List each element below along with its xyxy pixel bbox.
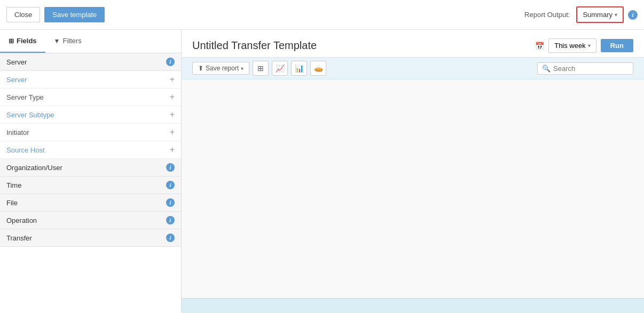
this-week-label: This week bbox=[554, 42, 586, 50]
field-source-host: Source Host bbox=[6, 146, 45, 154]
content-header: Untitled Transfer Template 📅 This week ▾… bbox=[182, 30, 644, 57]
add-server-type-icon[interactable]: + bbox=[170, 93, 175, 101]
header-right: 📅 This week ▾ Run bbox=[535, 38, 633, 53]
this-week-button[interactable]: This week ▾ bbox=[548, 38, 596, 53]
run-button[interactable]: Run bbox=[601, 39, 633, 52]
pie-chart-icon: 🥧 bbox=[314, 64, 323, 73]
transfer-info-icon[interactable]: i bbox=[166, 234, 175, 242]
top-bar-right: Report Output: Summary ▾ i bbox=[524, 6, 638, 23]
chevron-down-icon: ▾ bbox=[588, 43, 591, 49]
section-operation-title: Operation bbox=[6, 216, 37, 224]
time-info-icon[interactable]: i bbox=[166, 181, 175, 189]
search-input[interactable] bbox=[553, 65, 629, 73]
main-layout: ⊞ Fields ▼ Filters Server i Server + Ser… bbox=[0, 30, 644, 313]
list-item[interactable]: Source Host + bbox=[0, 141, 181, 159]
save-report-button[interactable]: ⬆ Save report ▾ bbox=[192, 62, 249, 75]
field-server-type: Server Type bbox=[6, 93, 44, 101]
toolbar: ⬆ Save report ▾ ⊞ 📈 📊 🥧 🔍 bbox=[182, 57, 644, 79]
pie-chart-button[interactable]: 🥧 bbox=[310, 61, 326, 76]
line-chart-icon: 📈 bbox=[276, 64, 285, 73]
report-output-label: Report Output: bbox=[524, 11, 570, 19]
tab-fields[interactable]: ⊞ Fields bbox=[0, 30, 45, 53]
add-initiator-icon[interactable]: + bbox=[170, 128, 175, 137]
fields-tab-label: Fields bbox=[17, 37, 37, 45]
list-item[interactable]: Server + bbox=[0, 71, 181, 89]
section-transfer[interactable]: Transfer i bbox=[0, 229, 181, 247]
add-server-icon[interactable]: + bbox=[170, 75, 175, 84]
summary-label: Summary bbox=[583, 11, 612, 19]
left-tabs: ⊞ Fields ▼ Filters bbox=[0, 30, 181, 53]
close-button[interactable]: Close bbox=[6, 7, 40, 22]
table-view-button[interactable]: ⊞ bbox=[253, 61, 269, 76]
section-time-title: Time bbox=[6, 181, 21, 189]
table-icon: ⊞ bbox=[257, 64, 264, 73]
list-item[interactable]: Server Type + bbox=[0, 89, 181, 106]
add-source-host-icon[interactable]: + bbox=[170, 146, 175, 154]
operation-info-icon[interactable]: i bbox=[166, 216, 175, 224]
server-info-icon[interactable]: i bbox=[166, 58, 175, 66]
list-item[interactable]: Initiator + bbox=[0, 124, 181, 141]
file-info-icon[interactable]: i bbox=[166, 198, 175, 207]
calendar-icon: 📅 bbox=[535, 42, 544, 50]
field-server: Server bbox=[6, 76, 27, 84]
section-file[interactable]: File i bbox=[0, 194, 181, 212]
search-box: 🔍 bbox=[537, 62, 633, 75]
right-panel: Untitled Transfer Template 📅 This week ▾… bbox=[182, 30, 644, 313]
list-item[interactable]: Server Subtype + bbox=[0, 106, 181, 124]
bar-chart-icon: 📊 bbox=[295, 64, 304, 73]
left-content: Server i Server + Server Type + Server S… bbox=[0, 53, 181, 313]
section-transfer-title: Transfer bbox=[6, 234, 32, 242]
bottom-bar bbox=[182, 298, 644, 313]
top-bar-left: Close Save template bbox=[6, 7, 105, 22]
upload-icon: ⬆ bbox=[198, 65, 203, 72]
section-operation[interactable]: Operation i bbox=[0, 212, 181, 229]
section-org-title: Organization/User bbox=[6, 164, 62, 172]
section-time[interactable]: Time i bbox=[0, 176, 181, 194]
left-panel: ⊞ Fields ▼ Filters Server i Server + Ser… bbox=[0, 30, 182, 313]
fields-icon: ⊞ bbox=[9, 37, 14, 45]
section-server-title: Server bbox=[6, 58, 27, 66]
top-bar: Close Save template Report Output: Summa… bbox=[0, 0, 644, 30]
save-template-button[interactable]: Save template bbox=[44, 7, 105, 22]
section-file-title: File bbox=[6, 199, 18, 207]
chevron-down-icon: ▾ bbox=[241, 66, 244, 71]
help-icon[interactable]: i bbox=[628, 10, 638, 20]
line-chart-button[interactable]: 📈 bbox=[272, 61, 288, 76]
add-server-subtype-icon[interactable]: + bbox=[170, 110, 175, 119]
page-title: Untitled Transfer Template bbox=[192, 39, 317, 52]
chevron-down-icon: ▾ bbox=[615, 12, 617, 18]
filters-tab-label: Filters bbox=[62, 37, 81, 45]
field-server-subtype: Server Subtype bbox=[6, 111, 54, 119]
section-server[interactable]: Server i bbox=[0, 53, 181, 71]
search-icon: 🔍 bbox=[542, 65, 551, 73]
section-org[interactable]: Organization/User i bbox=[0, 159, 181, 176]
filters-icon: ▼ bbox=[54, 37, 60, 45]
tab-filters[interactable]: ▼ Filters bbox=[45, 30, 90, 53]
summary-button[interactable]: Summary ▾ bbox=[576, 6, 624, 23]
content-area bbox=[182, 79, 644, 298]
field-initiator: Initiator bbox=[6, 129, 29, 137]
org-info-icon[interactable]: i bbox=[166, 163, 175, 172]
bar-chart-button[interactable]: 📊 bbox=[291, 61, 307, 76]
save-report-label: Save report bbox=[206, 65, 239, 72]
